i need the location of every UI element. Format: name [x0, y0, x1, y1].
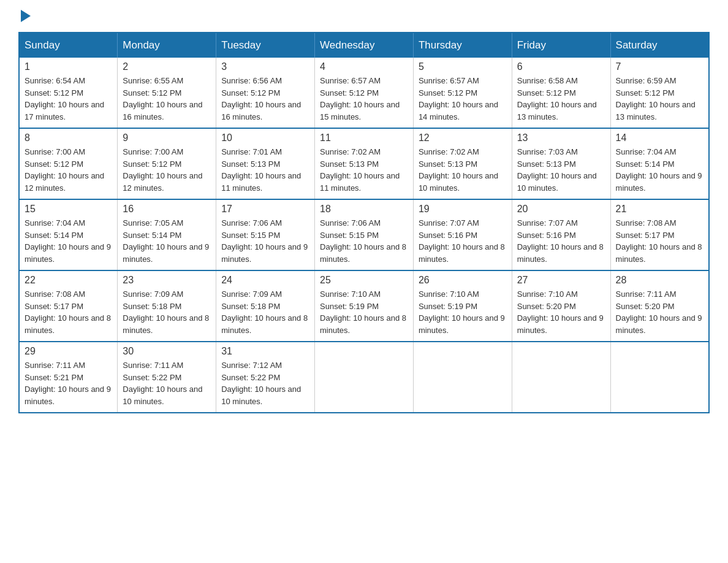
calendar-cell: 21 Sunrise: 7:08 AMSunset: 5:17 PMDaylig… [610, 199, 709, 270]
day-info: Sunrise: 7:10 AMSunset: 5:19 PMDaylight:… [419, 288, 507, 336]
calendar-cell: 30 Sunrise: 7:11 AMSunset: 5:22 PMDaylig… [118, 342, 216, 413]
column-header-thursday: Thursday [413, 33, 512, 58]
column-header-friday: Friday [512, 33, 610, 58]
calendar-cell: 11 Sunrise: 7:02 AMSunset: 5:13 PMDaylig… [315, 128, 414, 199]
calendar-cell: 31 Sunrise: 7:12 AMSunset: 5:22 PMDaylig… [216, 342, 315, 413]
calendar-cell: 19 Sunrise: 7:07 AMSunset: 5:16 PMDaylig… [413, 199, 512, 270]
calendar-header-row: SundayMondayTuesdayWednesdayThursdayFrid… [19, 33, 709, 58]
day-number: 4 [320, 61, 408, 72]
calendar-cell: 1 Sunrise: 6:54 AMSunset: 5:12 PMDayligh… [19, 58, 118, 128]
calendar-cell: 26 Sunrise: 7:10 AMSunset: 5:19 PMDaylig… [413, 270, 512, 342]
day-number: 15 [25, 204, 112, 215]
day-number: 18 [320, 204, 408, 215]
calendar-week-1: 1 Sunrise: 6:54 AMSunset: 5:12 PMDayligh… [19, 58, 709, 128]
day-info: Sunrise: 7:06 AMSunset: 5:15 PMDaylight:… [320, 217, 408, 265]
day-info: Sunrise: 7:04 AMSunset: 5:14 PMDaylight:… [25, 217, 112, 265]
day-info: Sunrise: 7:09 AMSunset: 5:18 PMDaylight:… [221, 288, 309, 336]
day-info: Sunrise: 6:55 AMSunset: 5:12 PMDaylight:… [123, 75, 211, 123]
day-number: 9 [123, 132, 211, 144]
calendar-cell: 7 Sunrise: 6:59 AMSunset: 5:12 PMDayligh… [610, 58, 709, 128]
day-number: 3 [221, 61, 309, 72]
day-number: 8 [25, 132, 112, 144]
day-number: 23 [123, 275, 211, 286]
day-info: Sunrise: 6:57 AMSunset: 5:12 PMDaylight:… [320, 75, 408, 123]
calendar-cell: 13 Sunrise: 7:03 AMSunset: 5:13 PMDaylig… [512, 128, 610, 199]
day-info: Sunrise: 7:05 AMSunset: 5:14 PMDaylight:… [123, 217, 211, 265]
day-number: 24 [221, 275, 309, 286]
day-info: Sunrise: 7:06 AMSunset: 5:15 PMDaylight:… [221, 217, 309, 265]
day-info: Sunrise: 6:57 AMSunset: 5:12 PMDaylight:… [419, 75, 507, 123]
calendar-cell: 23 Sunrise: 7:09 AMSunset: 5:18 PMDaylig… [118, 270, 216, 342]
page-header [18, 12, 710, 20]
calendar-body: 1 Sunrise: 6:54 AMSunset: 5:12 PMDayligh… [19, 58, 709, 413]
day-number: 12 [419, 132, 507, 144]
calendar-cell: 15 Sunrise: 7:04 AMSunset: 5:14 PMDaylig… [19, 199, 118, 270]
calendar-cell: 18 Sunrise: 7:06 AMSunset: 5:15 PMDaylig… [315, 199, 414, 270]
calendar-cell: 24 Sunrise: 7:09 AMSunset: 5:18 PMDaylig… [216, 270, 315, 342]
day-number: 7 [616, 61, 703, 72]
calendar-table: SundayMondayTuesdayWednesdayThursdayFrid… [18, 32, 710, 413]
day-number: 2 [123, 61, 211, 72]
column-header-wednesday: Wednesday [315, 33, 414, 58]
calendar-cell [413, 342, 512, 413]
day-info: Sunrise: 7:11 AMSunset: 5:21 PMDaylight:… [25, 359, 112, 407]
calendar-cell: 12 Sunrise: 7:02 AMSunset: 5:13 PMDaylig… [413, 128, 512, 199]
day-info: Sunrise: 7:09 AMSunset: 5:18 PMDaylight:… [123, 288, 211, 336]
day-info: Sunrise: 7:08 AMSunset: 5:17 PMDaylight:… [25, 288, 112, 336]
day-number: 26 [419, 275, 507, 286]
day-info: Sunrise: 7:11 AMSunset: 5:20 PMDaylight:… [616, 288, 703, 336]
day-number: 27 [517, 275, 605, 286]
calendar-cell: 6 Sunrise: 6:58 AMSunset: 5:12 PMDayligh… [512, 58, 610, 128]
day-info: Sunrise: 7:10 AMSunset: 5:19 PMDaylight:… [320, 288, 408, 336]
calendar-week-4: 22 Sunrise: 7:08 AMSunset: 5:17 PMDaylig… [19, 270, 709, 342]
calendar-cell: 22 Sunrise: 7:08 AMSunset: 5:17 PMDaylig… [19, 270, 118, 342]
calendar-cell: 5 Sunrise: 6:57 AMSunset: 5:12 PMDayligh… [413, 58, 512, 128]
calendar-cell: 3 Sunrise: 6:56 AMSunset: 5:12 PMDayligh… [216, 58, 315, 128]
calendar-cell: 17 Sunrise: 7:06 AMSunset: 5:15 PMDaylig… [216, 199, 315, 270]
calendar-cell: 28 Sunrise: 7:11 AMSunset: 5:20 PMDaylig… [610, 270, 709, 342]
day-info: Sunrise: 7:11 AMSunset: 5:22 PMDaylight:… [123, 359, 211, 407]
day-number: 20 [517, 204, 605, 215]
day-info: Sunrise: 6:54 AMSunset: 5:12 PMDaylight:… [25, 75, 112, 123]
day-info: Sunrise: 6:58 AMSunset: 5:12 PMDaylight:… [517, 75, 605, 123]
day-info: Sunrise: 7:07 AMSunset: 5:16 PMDaylight:… [419, 217, 507, 265]
calendar-week-2: 8 Sunrise: 7:00 AMSunset: 5:12 PMDayligh… [19, 128, 709, 199]
calendar-cell: 25 Sunrise: 7:10 AMSunset: 5:19 PMDaylig… [315, 270, 414, 342]
calendar-cell: 2 Sunrise: 6:55 AMSunset: 5:12 PMDayligh… [118, 58, 216, 128]
calendar-cell [315, 342, 414, 413]
day-info: Sunrise: 7:12 AMSunset: 5:22 PMDaylight:… [221, 359, 309, 407]
day-info: Sunrise: 7:02 AMSunset: 5:13 PMDaylight:… [419, 146, 507, 194]
day-info: Sunrise: 7:04 AMSunset: 5:14 PMDaylight:… [616, 146, 703, 194]
column-header-sunday: Sunday [19, 33, 118, 58]
day-number: 29 [25, 346, 112, 357]
day-info: Sunrise: 7:08 AMSunset: 5:17 PMDaylight:… [616, 217, 703, 265]
day-number: 30 [123, 346, 211, 357]
day-number: 14 [616, 132, 703, 144]
day-info: Sunrise: 6:56 AMSunset: 5:12 PMDaylight:… [221, 75, 309, 123]
day-number: 21 [616, 204, 703, 215]
day-info: Sunrise: 7:00 AMSunset: 5:12 PMDaylight:… [25, 146, 112, 194]
calendar-cell [512, 342, 610, 413]
calendar-cell: 8 Sunrise: 7:00 AMSunset: 5:12 PMDayligh… [19, 128, 118, 199]
column-header-tuesday: Tuesday [216, 33, 315, 58]
day-info: Sunrise: 7:10 AMSunset: 5:20 PMDaylight:… [517, 288, 605, 336]
day-info: Sunrise: 7:00 AMSunset: 5:12 PMDaylight:… [123, 146, 211, 194]
day-number: 28 [616, 275, 703, 286]
day-number: 1 [25, 61, 112, 72]
day-info: Sunrise: 7:01 AMSunset: 5:13 PMDaylight:… [221, 146, 309, 194]
day-number: 10 [221, 132, 309, 144]
calendar-cell [610, 342, 709, 413]
day-info: Sunrise: 6:59 AMSunset: 5:12 PMDaylight:… [616, 75, 703, 123]
logo [18, 12, 31, 20]
day-info: Sunrise: 7:02 AMSunset: 5:13 PMDaylight:… [320, 146, 408, 194]
day-number: 17 [221, 204, 309, 215]
calendar-cell: 27 Sunrise: 7:10 AMSunset: 5:20 PMDaylig… [512, 270, 610, 342]
logo-arrow-icon [21, 10, 31, 22]
calendar-week-3: 15 Sunrise: 7:04 AMSunset: 5:14 PMDaylig… [19, 199, 709, 270]
calendar-cell: 10 Sunrise: 7:01 AMSunset: 5:13 PMDaylig… [216, 128, 315, 199]
column-header-monday: Monday [118, 33, 216, 58]
day-number: 13 [517, 132, 605, 144]
calendar-cell: 9 Sunrise: 7:00 AMSunset: 5:12 PMDayligh… [118, 128, 216, 199]
day-number: 5 [419, 61, 507, 72]
day-number: 19 [419, 204, 507, 215]
